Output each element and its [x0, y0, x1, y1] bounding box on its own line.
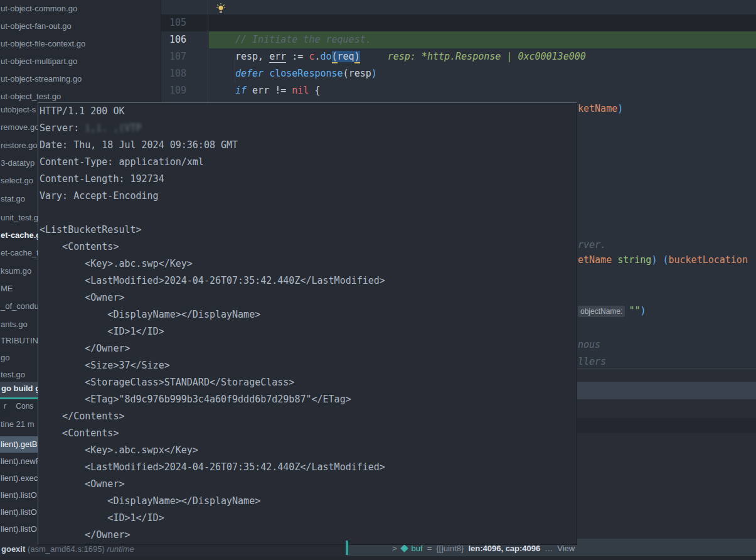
xml-line: <LastModified>2024-04-26T07:35:42.440Z</…	[38, 272, 577, 289]
tree-item[interactable]: ut-object-file-context.go	[1, 39, 85, 50]
code-line-107[interactable]: 107 defer closeResponse(resp)	[161, 31, 756, 48]
tree-item[interactable]: ut-object-common.go	[1, 4, 77, 15]
stack-frame[interactable]: lient).getB	[1, 439, 38, 451]
bg-code-fragment: rver.	[578, 237, 606, 254]
code-line-109[interactable]: 109 return "", err	[161, 65, 756, 82]
tree-item-selected[interactable]: et-cache.g	[1, 230, 41, 242]
code-line-110[interactable]: 110 }	[161, 82, 756, 99]
tab-console[interactable]: Cons	[12, 400, 37, 412]
tree-item[interactable]: remove.go	[1, 122, 39, 134]
xml-line: <LastModified>2024-04-26T07:35:42.440Z</…	[38, 459, 577, 476]
tree-item[interactable]: ME	[1, 284, 13, 295]
http-header: Date: Thu, 18 Jul 2024 09:36:08 GMT	[38, 137, 577, 154]
view-text-popup[interactable]: HTTP/1.1 200 OK Server: i,i. ,(VTP Date:…	[38, 102, 577, 545]
run-config-title: go build g	[1, 384, 40, 393]
xml-line: <ID>1</ID>	[38, 510, 577, 527]
http-header: Vary: Accept-Encoding	[38, 188, 577, 205]
xml-line: <ID>1</ID>	[38, 323, 577, 340]
intention-bulb-icon[interactable]	[216, 3, 226, 14]
bg-code-fragment: etName string) (bucketLocation	[578, 252, 748, 269]
blank-line	[38, 205, 577, 222]
xml-line: <StorageClass>STANDARD</StorageClass>	[38, 374, 577, 391]
tree-item[interactable]: utobject-s	[1, 105, 36, 116]
tab-debugger[interactable]: r	[0, 400, 10, 412]
stack-frame[interactable]: lient).listO	[1, 524, 37, 536]
http-status-line: HTTP/1.1 200 OK	[38, 103, 577, 120]
tree-item[interactable]: unit_test.go	[1, 213, 43, 224]
tree-item[interactable]: ut-object-multipart.go	[1, 57, 77, 68]
xml-line: </Owner>	[38, 527, 577, 544]
http-header: Content-Type: application/xml	[38, 154, 577, 171]
tree-item[interactable]: stat.go	[1, 194, 25, 205]
tree-item[interactable]: ants.go	[1, 320, 28, 331]
bg-code-fragment: llers	[578, 353, 606, 370]
tree-item[interactable]: go	[1, 353, 9, 364]
xml-line: <DisplayName></DisplayName>	[38, 493, 577, 510]
tree-item[interactable]: ut-object_test.go	[1, 92, 61, 103]
code-line-106[interactable]: 106 resp, err := c.do(req)resp: *http.Re…	[161, 14, 756, 31]
tree-item[interactable]: restore.go	[1, 141, 38, 152]
xml-line: <Size>37</Size>	[38, 357, 577, 374]
parameter-hint-chip: objectName:	[578, 306, 625, 317]
xml-line: <Key>.abc.swpx</Key>	[38, 442, 577, 459]
xml-line: <Owner>	[38, 476, 577, 493]
redacted-server-value: i,i. ,(VTP	[85, 122, 141, 134]
stack-frame[interactable]: lient).exec	[1, 473, 38, 485]
xml-line: <ETag>"8d9c976b999b3c4a60f9ddd6b7d29b87"…	[38, 391, 577, 408]
xml-line: </Owner>	[38, 340, 577, 357]
xml-line: </Contents>	[38, 408, 577, 425]
code-line-105[interactable]: 105 // Initiate the request.	[161, 0, 756, 14]
debug-tabs: r Cons	[0, 400, 37, 415]
xml-line: <Owner>	[38, 289, 577, 306]
tree-item[interactable]: ut-object-fan-out.go	[1, 21, 72, 33]
goroutine-selector[interactable]: tine 21 m	[1, 419, 34, 429]
bg-code-fragment: ketName)	[578, 100, 623, 117]
tree-item[interactable]: ut-object-streaming.go	[1, 74, 82, 85]
xml-line: <Contents>	[38, 425, 577, 442]
tree-item[interactable]: ksum.go	[1, 266, 31, 277]
xml-line: <ListBucketResult>	[38, 222, 577, 239]
tree-item[interactable]: 3-datatyp	[1, 158, 35, 170]
xml-line: <DisplayName></DisplayName>	[38, 306, 577, 323]
focus-caret-bar	[346, 541, 348, 555]
stack-frame[interactable]: lient).listO	[1, 490, 37, 502]
status-bar	[0, 556, 756, 560]
http-header-server: Server: i,i. ,(VTP	[38, 120, 577, 137]
code-line-108[interactable]: 108 if err != nil {	[161, 48, 756, 65]
bg-code-fragment: nous	[578, 337, 600, 353]
tree-item[interactable]: test.go	[1, 370, 25, 381]
xml-line: <Contents>	[38, 239, 577, 256]
variable-diamond-icon	[400, 544, 408, 552]
tree-item[interactable]: et-cache_t	[1, 248, 39, 259]
tree-item[interactable]: select.go	[1, 176, 33, 187]
xml-line: <Key>.abc.swp</Key>	[38, 256, 577, 272]
stack-frame[interactable]: lient).newR	[1, 456, 41, 468]
tree-item[interactable]: _of_condu	[1, 301, 39, 313]
bg-code-fragment: objectName:"")	[578, 302, 646, 319]
ide-window: ut-object-common.go ut-object-fan-out.go…	[0, 0, 756, 560]
stack-frame[interactable]: lient).listO	[1, 507, 37, 519]
http-header: Content-Length: 192734	[38, 171, 577, 188]
